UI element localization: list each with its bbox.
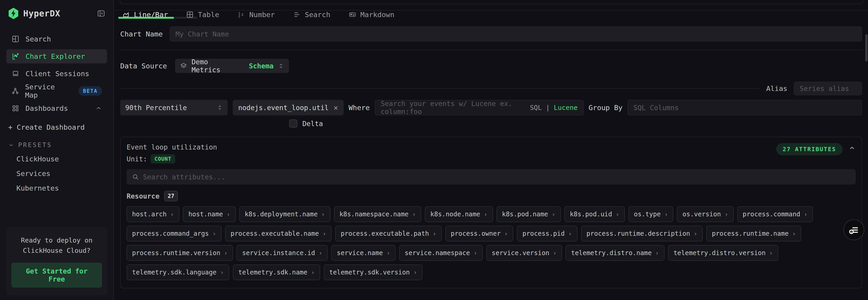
attribute-name: telemetry.distro.version <box>674 249 766 257</box>
sidebar-nav: Search Chart Explorer Client Sessions Se… <box>0 32 114 115</box>
svg-text:2: 2 <box>238 15 240 18</box>
where-search-input[interactable]: Search your events w/ Lucene ex. column:… <box>375 100 584 115</box>
attribute-chip[interactable]: host.arch › <box>127 206 179 222</box>
chevron-right-icon: › <box>552 211 555 218</box>
sidebar-item-client-sessions[interactable]: Client Sessions <box>6 66 107 81</box>
attribute-name: process.command <box>743 211 800 218</box>
chart-name-input[interactable]: My Chart Name <box>169 26 862 42</box>
lucene-option[interactable]: Lucene <box>554 104 578 111</box>
chart-name-label: Chart Name <box>120 30 163 38</box>
sql-option[interactable]: SQL <box>530 104 542 111</box>
attribute-chip[interactable]: process.command_args › <box>127 226 222 241</box>
preset-item[interactable]: ClickHouse <box>17 155 114 163</box>
metric-field-tag[interactable]: nodejs.event_loop.util ✕ <box>233 100 344 115</box>
chevron-right-icon: › <box>792 230 796 237</box>
attribute-chip[interactable]: process.runtime.version › <box>127 245 233 261</box>
attribute-chip[interactable]: process.runtime.name › <box>706 226 801 241</box>
remove-metric-icon[interactable]: ✕ <box>334 103 338 112</box>
attribute-chip[interactable]: telemetry.sdk.language › <box>127 265 229 280</box>
attribute-chip[interactable]: telemetry.sdk.name › <box>233 265 320 280</box>
chevron-right-icon: › <box>212 230 216 237</box>
preset-item[interactable]: Services <box>17 169 114 178</box>
tab-table[interactable]: Table <box>184 10 221 19</box>
attribute-chip[interactable]: process.command › <box>737 206 813 222</box>
delta-checkbox[interactable] <box>289 119 298 128</box>
group-by-input[interactable]: SQL Columns <box>627 100 862 115</box>
sidebar-item-service-map[interactable]: Service Map BETA <box>6 84 107 98</box>
chevron-right-icon: › <box>224 250 228 256</box>
alias-input[interactable]: Series alias <box>794 82 862 95</box>
attribute-name: k8s.deployment.name <box>245 211 318 218</box>
attribute-name: k8s.pod.uid <box>570 211 612 218</box>
tab-label: Number <box>249 10 275 19</box>
group-by-label: Group By <box>589 104 623 112</box>
data-source-select[interactable]: Demo Metrics Schema <box>175 59 289 73</box>
clickhouse-cloud-promo: Ready to deploy on ClickHouse Cloud? Get… <box>6 227 107 295</box>
schema-button[interactable]: Schema <box>249 62 274 70</box>
toggle-divider: | <box>546 104 550 111</box>
attribute-chip[interactable]: os.type › <box>628 206 674 222</box>
promo-text: Ready to deploy on ClickHouse Cloud? <box>11 235 102 256</box>
attribute-chip[interactable]: k8s.pod.uid › <box>564 206 625 222</box>
chevron-right-icon: › <box>484 211 488 218</box>
attribute-name: k8s.namespace.name <box>340 211 408 218</box>
get-started-button[interactable]: Get Started for Free <box>11 263 102 288</box>
sidebar-item-label: Search <box>26 35 51 43</box>
attribute-chip[interactable]: telemetry.distro.version › <box>668 245 778 261</box>
attributes-count-badge: 27 ATTRIBUTES <box>776 143 842 155</box>
attribute-name: service.version <box>492 249 550 257</box>
aggregation-value: 90th Percentile <box>125 104 212 112</box>
attribute-chip[interactable]: process.executable.name › <box>225 226 332 241</box>
attribute-chip[interactable]: process.executable.path › <box>335 226 441 241</box>
tab-search[interactable]: Search <box>291 10 332 19</box>
tab-line-bar[interactable]: Line/Bar <box>120 10 169 19</box>
chevron-up-icon[interactable] <box>95 105 102 112</box>
attribute-chip[interactable]: service.name › <box>331 245 396 261</box>
attribute-chip[interactable]: k8s.deployment.name › <box>239 206 331 222</box>
attribute-group-label: Resource <box>127 192 160 200</box>
attribute-chip[interactable]: service.namespace › <box>399 245 483 261</box>
attribute-chip[interactable]: service.instance.id › <box>237 245 328 261</box>
attribute-chip[interactable]: process.owner › <box>445 226 514 241</box>
attribute-chip[interactable]: k8s.namespace.name › <box>334 206 421 222</box>
collapse-panel-chevron-icon[interactable] <box>848 144 856 152</box>
collapse-sidebar-icon[interactable] <box>97 9 106 18</box>
attribute-name: service.name <box>337 249 383 257</box>
chart-preview-bottom-edge <box>120 0 863 4</box>
attribute-name: process.owner <box>451 230 501 237</box>
list-icon <box>293 11 301 19</box>
preset-item[interactable]: Kubernetes <box>17 184 114 192</box>
attribute-chip[interactable]: service.version › <box>486 245 562 261</box>
alias-placeholder: Series alias <box>800 85 849 92</box>
attribute-chip[interactable]: k8s.pod.name › <box>497 206 561 222</box>
main-area: Line/Bar Table 123 Number Search Markdow… <box>114 0 868 300</box>
chevron-right-icon: › <box>504 230 508 237</box>
attribute-chip[interactable]: os.version › <box>677 206 734 222</box>
sidebar-item-chart-explorer[interactable]: Chart Explorer <box>6 49 107 63</box>
hyperdx-logo-icon <box>8 8 19 19</box>
chevron-right-icon: › <box>319 250 322 256</box>
create-dashboard-button[interactable]: + Create Dashboard <box>8 123 114 131</box>
attribute-chip[interactable]: telemetry.sdk.version › <box>324 265 423 280</box>
attribute-chip[interactable]: host.name › <box>183 206 236 222</box>
aggregation-select[interactable]: 90th Percentile <box>120 100 228 115</box>
tab-markdown[interactable]: Markdown <box>347 10 396 19</box>
group-by-placeholder: SQL Columns <box>633 104 679 112</box>
sidebar-item-search[interactable]: Search <box>6 32 107 46</box>
feedback-widget-button[interactable] <box>843 219 864 240</box>
attribute-chip[interactable]: k8s.node.name › <box>425 206 493 222</box>
attributes-search-input[interactable]: Search attributes... <box>127 169 856 185</box>
sidebar-item-label: Dashboards <box>26 104 68 112</box>
sidebar-item-dashboards[interactable]: Dashboards <box>6 101 107 115</box>
tab-number[interactable]: 123 Number <box>236 10 277 19</box>
vertical-scrollbar[interactable] <box>865 34 868 61</box>
attribute-name: process.executable.path <box>341 230 429 237</box>
attribute-chip[interactable]: process.pid › <box>517 226 577 241</box>
attribute-chip[interactable]: telemetry.distro.name › <box>566 245 664 261</box>
chevron-right-icon: › <box>321 211 325 218</box>
attribute-name: process.runtime.description <box>587 230 690 237</box>
attribute-chip[interactable]: process.runtime.description › <box>581 226 703 241</box>
query-language-toggle[interactable]: SQL | Lucene <box>530 104 578 111</box>
search-nav-icon <box>11 35 20 43</box>
presets-header[interactable]: PRESETS <box>8 141 114 148</box>
